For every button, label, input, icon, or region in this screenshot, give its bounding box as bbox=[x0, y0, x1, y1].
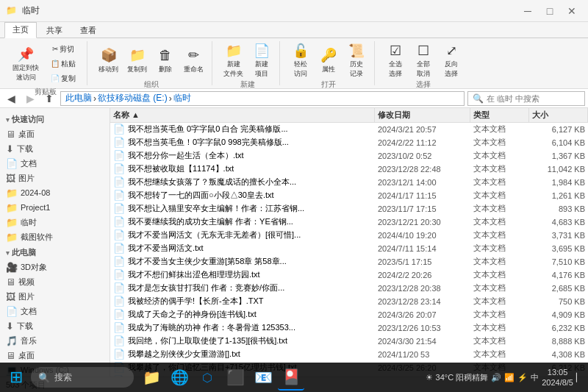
file-row[interactable]: 📄 我不想让入猫里安卒女主编解！作者：江苏省钢... 2023/11/7 17:… bbox=[110, 202, 588, 215]
sidebar-item-3dobj[interactable]: 🎥 3D对象 bbox=[0, 260, 110, 274]
sidebar-section-pc[interactable]: ▾ 此电脑 bbox=[0, 244, 110, 260]
file-name: 我不要继续我的成功女主编解 作者：YE省钢... bbox=[128, 216, 293, 227]
organize-buttons: 📦 移动到 📁 复制到 🗑 删除 ✏ 重命名 bbox=[95, 43, 207, 78]
rename-button[interactable]: ✏ 重命名 bbox=[180, 43, 207, 78]
taskbar-time[interactable]: 13:05 2024/8/5 bbox=[542, 367, 573, 388]
address-bar: ◀ ▶ ⬆ 此电脑 › 欲技移动磁盘 (E:) › 临时 🔍 bbox=[0, 89, 588, 108]
file-row[interactable]: 📄 我攀越之别侠侠少女重游游[].txt 2024/11/20 53 文本文档 … bbox=[110, 348, 588, 361]
taskbar-terminal[interactable]: ⬛ bbox=[222, 364, 248, 391]
tray-lang[interactable]: 中 bbox=[531, 372, 539, 383]
show-desktop[interactable]: ▏ bbox=[576, 373, 582, 382]
file-row[interactable]: 📄 我不要继续我的成功女主编解 作者：YE省钢... 2023/12/21 20… bbox=[110, 215, 588, 229]
sidebar-item-dl2[interactable]: ⬇ 下载 bbox=[0, 318, 110, 333]
search-input[interactable] bbox=[487, 94, 580, 103]
file-row[interactable]: 📄 我才不爱当网活文.txt 2024/7/11 15:14 文本文档 3,69… bbox=[110, 242, 588, 255]
file-row[interactable]: 📄 我才不爱当网活文（无东无非无差者）[很可惜]... 2024/4/10 19… bbox=[110, 229, 588, 242]
sidebar-item-music[interactable]: 🎵 音乐 bbox=[0, 333, 110, 348]
sidebar-item-screenshot[interactable]: 📁 截图软件 bbox=[0, 229, 110, 244]
start-button[interactable]: ⊞ bbox=[3, 364, 29, 391]
tray-sound[interactable]: 🔊 bbox=[491, 373, 501, 382]
col-header-type[interactable]: 类型 bbox=[470, 108, 529, 122]
file-row[interactable]: 📄 我回绝，你门上取取使使了1-135][很书钱].txt 2024/3/30 … bbox=[110, 335, 588, 348]
file-row[interactable]: 📄 我不想继续女孩落了？叛魔成话的擅长小全本... 2023/12/1 14:0… bbox=[110, 176, 588, 189]
move-to-button[interactable]: 📦 移动到 bbox=[95, 43, 122, 78]
tab-view[interactable]: 查看 bbox=[72, 23, 104, 38]
address-path[interactable]: 此电脑 › 欲技移动磁盘 (E:) › 临时 bbox=[60, 91, 465, 106]
sidebar-item-video[interactable]: 🖥 视频 bbox=[0, 274, 110, 289]
path-drive[interactable]: 欲技移动磁盘 (E:) bbox=[98, 92, 168, 104]
file-icon: 📄 bbox=[113, 282, 125, 293]
file-row[interactable]: 📄 我才是怎女孩甘打我们 作者：竞赛妙/你面... 2023/12/28 20:… bbox=[110, 282, 588, 295]
invert-selection-button[interactable]: ⤢ 反向选择 bbox=[438, 43, 465, 78]
search-box[interactable]: 🔍 bbox=[467, 91, 585, 106]
paste-button[interactable]: 📄 复制 bbox=[44, 72, 82, 85]
taskbar-browser[interactable]: 🌐 bbox=[166, 364, 193, 391]
pictures2-icon: 🖼 bbox=[6, 291, 15, 302]
history-button[interactable]: 📜 历史记录 bbox=[343, 43, 370, 78]
title-bar: 📁 临时 ─ □ ✕ bbox=[0, 0, 588, 22]
close-button[interactable]: ✕ bbox=[562, 4, 582, 18]
sidebar-item-linshi[interactable]: 📁 临时 bbox=[0, 215, 110, 229]
main-layout: ▾ 快速访问 🖥 桌面 ⬇ 下载 📄 文档 🖼 图片 📁 2024-08 📁 P… bbox=[0, 108, 588, 377]
deselect-button[interactable]: ☐ 全部取消 bbox=[410, 43, 437, 78]
copy-path-button[interactable]: 📋 粘贴 bbox=[44, 57, 82, 71]
minimize-button[interactable]: ─ bbox=[517, 4, 538, 18]
new-item-button[interactable]: 📄 新建项目 bbox=[248, 43, 275, 78]
easy-access-button[interactable]: 🔓 轻松访问 bbox=[287, 43, 314, 78]
copy-to-button[interactable]: 📁 复制到 bbox=[123, 43, 151, 78]
move-icon: 📦 bbox=[100, 46, 118, 64]
file-row[interactable]: 📄 我不想转了一七的四面○小段△30皇去.txt 2024/1/17 11:15… bbox=[110, 189, 588, 202]
new-folder-button[interactable]: 📁 新建文件夹 bbox=[220, 43, 247, 78]
tray-power[interactable]: ⚡ bbox=[517, 373, 528, 382]
file-size: 6,127 KB bbox=[529, 123, 588, 135]
file-row[interactable]: 📄 我才不爱当女主侠少女重游[第58章 第58章... 2023/5/1 17:… bbox=[110, 255, 588, 268]
file-row[interactable]: 📄 我才不想们鲜抹出涩色相理理坊园.txt 2024/2/2 20:26 文本文… bbox=[110, 268, 588, 282]
cut-button[interactable]: ✂ 剪切 bbox=[44, 43, 82, 56]
path-folder[interactable]: 临时 bbox=[173, 92, 191, 104]
tab-share[interactable]: 共享 bbox=[38, 23, 71, 38]
sidebar-item-docs2[interactable]: 📄 文档 bbox=[0, 304, 110, 318]
file-row[interactable]: 📄 我成了天命之子的神身份[连书钱].txt 2024/3/26 20:07 文… bbox=[110, 308, 588, 321]
file-row[interactable]: 📄 我不想当英毛鱼！0字字鼠0 998完美稿修版... 2024/2/22 11… bbox=[110, 136, 588, 149]
properties-button[interactable]: 🔑 属性 bbox=[315, 43, 342, 78]
path-computer[interactable]: 此电脑 bbox=[65, 92, 92, 104]
sidebar-item-2024-08[interactable]: 📁 2024-08 bbox=[0, 185, 110, 200]
file-row[interactable]: 📄 我不想分你一起生活（全本）.txt 2023/10/2 0:52 文本文档 … bbox=[110, 149, 588, 163]
taskbar-file-explorer[interactable]: 📁 bbox=[138, 364, 165, 391]
col-header-name[interactable]: 名称 ▲ bbox=[110, 108, 375, 122]
file-row[interactable]: 📄 我不想被收取姐【11174】.txt 2023/12/28 22:48 文本… bbox=[110, 163, 588, 176]
back-button[interactable]: ◀ bbox=[3, 90, 19, 107]
video-icon: 🖥 bbox=[6, 277, 15, 288]
file-name-cell: 📄 我被经济的偶手学!【长所-全本】.TXT bbox=[110, 295, 375, 307]
sidebar-item-pictures[interactable]: 🖼 图片 bbox=[0, 171, 110, 185]
sidebar-item-pictures2[interactable]: 🖼 图片 bbox=[0, 289, 110, 304]
file-row[interactable]: 📄 我成为了海眺的功神 作者：冬暑骨道 125353... 2023/12/26… bbox=[110, 321, 588, 335]
sidebar-item-downloads[interactable]: ⬇ 下载 bbox=[0, 141, 110, 156]
pin-button[interactable]: 📌 固定到快速访问 bbox=[9, 46, 43, 82]
sidebar-item-desktop2[interactable]: 🖥 桌面 bbox=[0, 348, 110, 363]
delete-button[interactable]: 🗑 删除 bbox=[152, 43, 179, 78]
file-name: 我不想当英毛鱼 0字字鼠0 白合 完美稿修版... bbox=[128, 124, 288, 135]
sidebar-item-desktop[interactable]: 🖥 桌面 bbox=[0, 126, 110, 141]
taskbar-vscode[interactable]: ⬡ bbox=[194, 364, 220, 391]
file-row[interactable]: 📄 我不想当英毛鱼 0字字鼠0 白合 完美稿修版... 2024/3/21 20… bbox=[110, 123, 588, 136]
taskbar-search[interactable]: 🔍 搜索 bbox=[31, 367, 134, 388]
forward-button[interactable]: ▶ bbox=[22, 90, 38, 107]
select-all-button[interactable]: ☑ 全选选择 bbox=[382, 43, 409, 78]
taskbar-active-app[interactable]: 🎴 bbox=[278, 364, 304, 391]
tab-home[interactable]: 主页 bbox=[4, 22, 37, 38]
col-header-date[interactable]: 修改日期 bbox=[375, 108, 470, 122]
file-row[interactable]: 📄 我被经济的偶手学!【长所-全本】.TXT 2023/12/28 23:14 … bbox=[110, 295, 588, 308]
file-list-area: 名称 ▲ 修改日期 类型 大小 📄 我不想当英毛鱼 0字字鼠0 白合 完美稿修版… bbox=[110, 108, 588, 377]
col-header-size[interactable]: 大小 bbox=[529, 108, 588, 122]
dl2-icon: ⬇ bbox=[6, 321, 14, 332]
up-button[interactable]: ⬆ bbox=[41, 90, 57, 107]
sidebar-item-project1[interactable]: 📁 Project1 bbox=[0, 200, 110, 215]
pictures-icon: 🖼 bbox=[6, 173, 15, 184]
sidebar-section-quick[interactable]: ▾ 快速访问 bbox=[0, 111, 110, 126]
maximize-button[interactable]: □ bbox=[539, 4, 560, 18]
taskbar-app1[interactable]: 📧 bbox=[250, 364, 276, 391]
tray-network[interactable]: 📶 bbox=[504, 373, 514, 382]
file-size: 4,308 KB bbox=[529, 348, 588, 360]
sidebar-item-documents[interactable]: 📄 文档 bbox=[0, 156, 110, 171]
